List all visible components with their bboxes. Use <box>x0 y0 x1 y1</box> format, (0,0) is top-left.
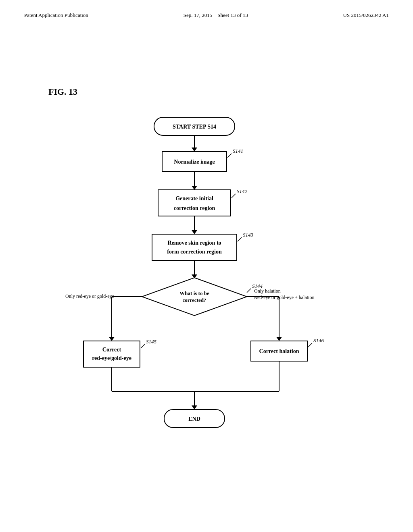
s145-step: S145 <box>146 339 157 345</box>
right-condition-bottom: Red-eye or gold-eye + halation <box>254 295 314 300</box>
s145-label: Correct <box>102 347 121 353</box>
s142-label2: correction region <box>174 205 215 211</box>
left-condition: Only red-eye or gold-eye <box>65 293 114 299</box>
header-date: Sep. 17, 2015 <box>184 12 213 18</box>
s142-step: S142 <box>237 188 248 194</box>
header-patent: US 2015/0262342 A1 <box>343 12 389 19</box>
start-label: START STEP S14 <box>173 124 216 130</box>
svg-line-4 <box>227 154 232 158</box>
svg-marker-6 <box>192 186 197 190</box>
figure-title: FIG. 13 <box>48 87 389 97</box>
s143-label2: form correction region <box>167 249 222 255</box>
right-condition-top: Only halation <box>254 288 281 294</box>
svg-line-21 <box>141 344 145 348</box>
page-header: Patent Application Publication Sep. 17, … <box>24 12 389 22</box>
s146-label: Correct halation <box>259 348 299 354</box>
svg-marker-2 <box>192 148 197 152</box>
s144-label2: corrected? <box>183 297 206 303</box>
s143-label: Remove skin region to <box>167 240 221 246</box>
s142-label: Generate initial <box>175 195 213 202</box>
svg-marker-31 <box>192 405 197 409</box>
svg-marker-24 <box>276 337 282 341</box>
flowchart-container: START STEP S14 Normalize image S141 Gene… <box>45 109 368 441</box>
s141-step: S141 <box>233 148 243 154</box>
s141-label: Normalize image <box>174 159 215 165</box>
svg-marker-19 <box>109 337 115 341</box>
svg-line-26 <box>308 343 312 347</box>
flowchart-svg: START STEP S14 Normalize image S141 Gene… <box>45 109 368 440</box>
svg-marker-15 <box>142 278 247 316</box>
svg-line-8 <box>232 194 236 198</box>
svg-rect-11 <box>152 234 237 260</box>
s144-label: What is to be <box>179 290 209 296</box>
s146-step: S146 <box>313 337 324 343</box>
s143-step: S143 <box>243 232 254 238</box>
svg-line-16 <box>247 289 251 293</box>
end-label: END <box>188 416 200 422</box>
header-sheet: Sheet 13 of 13 <box>217 12 248 18</box>
page: Patent Application Publication Sep. 17, … <box>0 0 413 532</box>
header-publication: Patent Application Publication <box>24 12 88 19</box>
svg-marker-10 <box>192 230 197 234</box>
svg-line-12 <box>238 237 242 241</box>
svg-rect-20 <box>83 341 140 367</box>
s145-label2: red-eye/gold-eye <box>92 355 131 361</box>
header-date-sheet: Sep. 17, 2015 Sheet 13 of 13 <box>184 12 248 19</box>
svg-rect-7 <box>158 190 231 216</box>
